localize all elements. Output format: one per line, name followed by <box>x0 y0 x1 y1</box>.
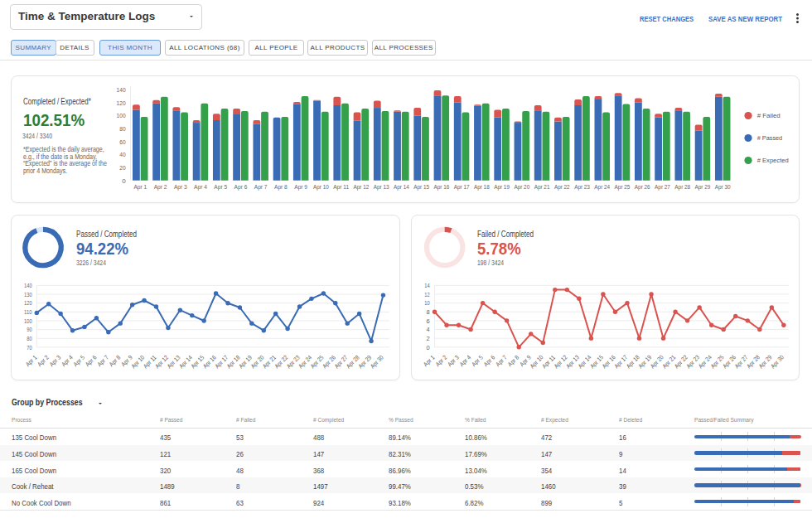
svg-text:Apr 12: Apr 12 <box>353 183 369 191</box>
svg-text:Apr 3: Apr 3 <box>48 354 62 368</box>
svg-text:Apr 4: Apr 4 <box>194 183 207 191</box>
svg-text:90: 90 <box>27 326 31 333</box>
svg-text:Apr 5: Apr 5 <box>470 354 484 368</box>
svg-text:Apr 11: Apr 11 <box>333 183 349 191</box>
svg-text:0: 0 <box>122 177 126 185</box>
svg-text:60: 60 <box>119 138 126 146</box>
svg-text:100: 100 <box>24 317 32 325</box>
svg-text:140: 140 <box>24 282 32 289</box>
svg-text:110: 110 <box>24 308 32 316</box>
svg-text:Apr 7: Apr 7 <box>254 183 268 191</box>
svg-text:Apr 8: Apr 8 <box>506 354 520 368</box>
svg-text:0: 0 <box>426 344 429 351</box>
svg-text:4: 4 <box>426 326 429 333</box>
svg-text:Apr 5: Apr 5 <box>72 354 86 368</box>
svg-text:Apr 30: Apr 30 <box>715 183 731 191</box>
svg-text:80: 80 <box>119 125 126 133</box>
svg-text:100: 100 <box>117 112 126 119</box>
svg-text:120: 120 <box>117 99 126 107</box>
svg-text:Apr 6: Apr 6 <box>84 354 98 368</box>
svg-text:Apr 26: Apr 26 <box>635 183 650 191</box>
svg-text:Apr 14: Apr 14 <box>394 183 409 191</box>
svg-text:Apr 24: Apr 24 <box>594 183 610 191</box>
svg-text:# Passed: # Passed <box>757 134 783 142</box>
svg-text:Apr 17: Apr 17 <box>454 183 470 191</box>
svg-text:8: 8 <box>426 308 429 316</box>
svg-text:Apr 6: Apr 6 <box>234 183 248 191</box>
svg-text:Apr 23: Apr 23 <box>574 183 590 191</box>
svg-text:Apr 9: Apr 9 <box>294 183 307 191</box>
svg-text:# Failed: # Failed <box>757 112 781 119</box>
svg-text:Apr 18: Apr 18 <box>474 183 490 191</box>
svg-text:Apr 2: Apr 2 <box>36 354 50 368</box>
svg-text:Apr 5: Apr 5 <box>214 183 227 191</box>
svg-text:Apr 7: Apr 7 <box>95 354 109 368</box>
svg-text:Apr 30: Apr 30 <box>369 354 385 370</box>
svg-text:Apr 10: Apr 10 <box>313 183 329 191</box>
svg-text:Apr 3: Apr 3 <box>174 183 187 191</box>
svg-text:Apr 4: Apr 4 <box>60 354 74 368</box>
svg-text:Apr 13: Apr 13 <box>374 183 389 191</box>
svg-text:Apr 19: Apr 19 <box>494 183 510 191</box>
svg-text:Apr 8: Apr 8 <box>274 183 288 191</box>
svg-text:Apr 25: Apr 25 <box>615 183 631 191</box>
svg-text:120: 120 <box>24 299 32 307</box>
svg-text:Apr 1: Apr 1 <box>133 183 147 191</box>
svg-text:Apr 7: Apr 7 <box>494 354 508 368</box>
svg-text:Apr 16: Apr 16 <box>433 183 449 191</box>
svg-text:Apr 2: Apr 2 <box>434 354 448 368</box>
svg-text:Apr 29: Apr 29 <box>695 183 711 191</box>
svg-text:Apr 3: Apr 3 <box>446 354 460 368</box>
svg-text:12: 12 <box>424 291 429 298</box>
svg-text:# Expected: # Expected <box>757 157 789 164</box>
svg-text:Apr 28: Apr 28 <box>674 183 690 191</box>
svg-text:Apr 2: Apr 2 <box>154 183 167 191</box>
svg-text:Apr 1: Apr 1 <box>24 354 38 368</box>
svg-text:70: 70 <box>27 344 31 351</box>
svg-text:Apr 22: Apr 22 <box>554 183 570 191</box>
svg-text:Apr 4: Apr 4 <box>458 354 472 368</box>
svg-text:130: 130 <box>24 291 32 298</box>
svg-text:Apr 21: Apr 21 <box>534 183 550 191</box>
svg-text:Apr 27: Apr 27 <box>655 183 670 191</box>
svg-text:Apr 30: Apr 30 <box>769 354 785 370</box>
svg-text:14: 14 <box>424 282 429 289</box>
svg-text:Apr 1: Apr 1 <box>422 354 436 368</box>
svg-text:Apr 15: Apr 15 <box>413 183 429 191</box>
svg-text:10: 10 <box>424 299 429 307</box>
svg-text:Apr 20: Apr 20 <box>514 183 529 191</box>
svg-text:Apr 8: Apr 8 <box>108 354 122 368</box>
svg-text:80: 80 <box>27 335 31 342</box>
svg-text:6: 6 <box>426 317 429 325</box>
svg-text:2: 2 <box>426 335 429 342</box>
svg-text:140: 140 <box>117 86 126 94</box>
svg-text:Apr 6: Apr 6 <box>482 354 496 368</box>
